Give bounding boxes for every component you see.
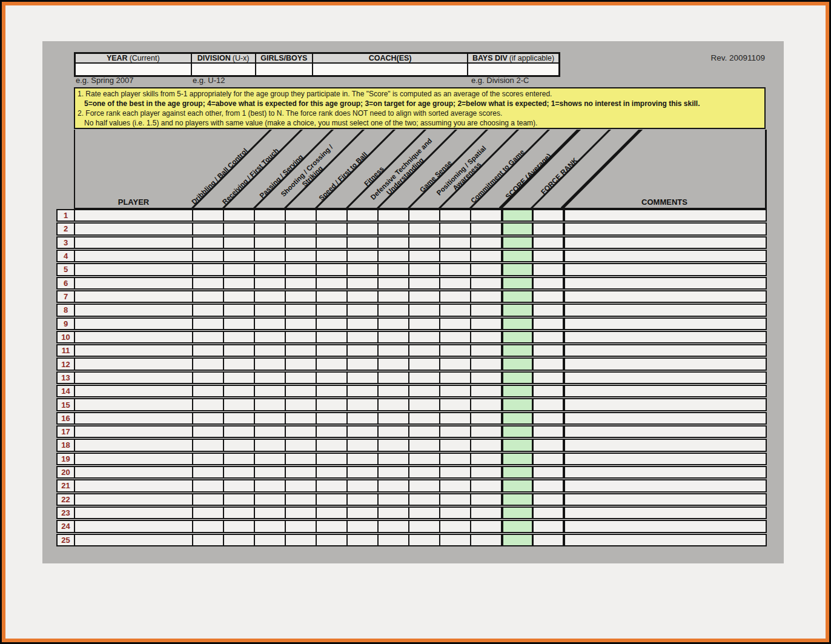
skill-score-cell-2[interactable]	[254, 535, 285, 545]
skill-score-cell-5[interactable]	[346, 278, 377, 288]
skill-score-cell-2[interactable]	[254, 521, 285, 531]
skill-score-cell-3[interactable]	[285, 521, 316, 531]
skill-score-cell-7[interactable]	[408, 535, 439, 545]
player-name-cell[interactable]	[75, 345, 192, 356]
player-name-cell[interactable]	[75, 332, 192, 342]
comments-cell[interactable]	[563, 251, 766, 261]
skill-score-cell-8[interactable]	[439, 467, 470, 477]
skill-score-cell-5[interactable]	[346, 345, 377, 356]
skill-score-cell-8[interactable]	[439, 264, 470, 274]
skill-score-cell-2[interactable]	[254, 291, 285, 302]
skill-score-cell-0[interactable]	[192, 345, 223, 356]
skill-score-cell-1[interactable]	[223, 427, 254, 437]
skill-score-cell-6[interactable]	[377, 237, 408, 248]
comments-cell[interactable]	[563, 508, 766, 518]
skill-score-cell-8[interactable]	[439, 359, 470, 369]
skill-score-cell-1[interactable]	[223, 386, 254, 396]
skill-score-cell-3[interactable]	[285, 291, 316, 302]
skill-score-cell-4[interactable]	[316, 359, 346, 369]
player-name-cell[interactable]	[75, 224, 192, 234]
force-rank-cell[interactable]	[532, 373, 563, 383]
comments-cell[interactable]	[563, 535, 766, 545]
skill-score-cell-0[interactable]	[192, 291, 223, 302]
player-name-cell[interactable]	[75, 210, 192, 221]
player-name-cell[interactable]	[75, 237, 192, 248]
comments-cell[interactable]	[563, 480, 766, 491]
skill-score-cell-9[interactable]	[470, 278, 501, 288]
skill-score-cell-2[interactable]	[254, 399, 285, 410]
skill-score-cell-2[interactable]	[254, 319, 285, 329]
skill-score-cell-9[interactable]	[470, 508, 501, 518]
skill-score-cell-8[interactable]	[439, 278, 470, 288]
skill-score-cell-2[interactable]	[254, 305, 285, 315]
force-rank-cell[interactable]	[532, 345, 563, 356]
skill-score-cell-7[interactable]	[408, 210, 439, 221]
skill-score-cell-5[interactable]	[346, 413, 377, 423]
skill-score-cell-9[interactable]	[470, 332, 501, 342]
skill-score-cell-8[interactable]	[439, 224, 470, 234]
skill-score-cell-5[interactable]	[346, 386, 377, 396]
skill-score-cell-8[interactable]	[439, 373, 470, 383]
skill-score-cell-8[interactable]	[439, 291, 470, 302]
skill-score-cell-6[interactable]	[377, 345, 408, 356]
skill-score-cell-4[interactable]	[316, 494, 346, 505]
skill-score-cell-2[interactable]	[254, 210, 285, 221]
skill-score-cell-4[interactable]	[316, 319, 346, 329]
comments-cell[interactable]	[563, 399, 766, 410]
skill-score-cell-6[interactable]	[377, 319, 408, 329]
skill-score-cell-3[interactable]	[285, 305, 316, 315]
skill-score-cell-1[interactable]	[223, 291, 254, 302]
skill-score-cell-2[interactable]	[254, 278, 285, 288]
skill-score-cell-8[interactable]	[439, 210, 470, 221]
skill-score-cell-0[interactable]	[192, 264, 223, 274]
skill-score-cell-6[interactable]	[377, 440, 408, 450]
skill-score-cell-5[interactable]	[346, 494, 377, 505]
skill-score-cell-5[interactable]	[346, 467, 377, 477]
force-rank-cell[interactable]	[532, 440, 563, 450]
comments-cell[interactable]	[563, 224, 766, 234]
skill-score-cell-0[interactable]	[192, 440, 223, 450]
skill-score-cell-0[interactable]	[192, 454, 223, 464]
skill-score-cell-7[interactable]	[408, 319, 439, 329]
skill-score-cell-8[interactable]	[439, 237, 470, 248]
skill-score-cell-9[interactable]	[470, 359, 501, 369]
skill-score-cell-5[interactable]	[346, 373, 377, 383]
force-rank-cell[interactable]	[532, 508, 563, 518]
force-rank-cell[interactable]	[532, 399, 563, 410]
skill-score-cell-9[interactable]	[470, 345, 501, 356]
skill-score-cell-4[interactable]	[316, 224, 346, 234]
player-name-cell[interactable]	[75, 305, 192, 315]
skill-score-cell-0[interactable]	[192, 305, 223, 315]
force-rank-cell[interactable]	[532, 521, 563, 531]
skill-score-cell-0[interactable]	[192, 480, 223, 491]
comments-cell[interactable]	[563, 319, 766, 329]
skill-score-cell-4[interactable]	[316, 386, 346, 396]
skill-score-cell-6[interactable]	[377, 251, 408, 261]
skill-score-cell-7[interactable]	[408, 399, 439, 410]
skill-score-cell-1[interactable]	[223, 440, 254, 450]
skill-score-cell-7[interactable]	[408, 251, 439, 261]
skill-score-cell-2[interactable]	[254, 480, 285, 491]
player-name-cell[interactable]	[75, 454, 192, 464]
skill-score-cell-1[interactable]	[223, 399, 254, 410]
skill-score-cell-2[interactable]	[254, 386, 285, 396]
meta-input-cell[interactable]	[313, 64, 467, 75]
skill-score-cell-3[interactable]	[285, 535, 316, 545]
skill-score-cell-4[interactable]	[316, 440, 346, 450]
skill-score-cell-1[interactable]	[223, 210, 254, 221]
skill-score-cell-9[interactable]	[470, 319, 501, 329]
skill-score-cell-3[interactable]	[285, 440, 316, 450]
skill-score-cell-5[interactable]	[346, 237, 377, 248]
skill-score-cell-5[interactable]	[346, 480, 377, 491]
skill-score-cell-2[interactable]	[254, 264, 285, 274]
skill-score-cell-3[interactable]	[285, 237, 316, 248]
skill-score-cell-3[interactable]	[285, 210, 316, 221]
skill-score-cell-0[interactable]	[192, 413, 223, 423]
comments-cell[interactable]	[563, 494, 766, 505]
player-name-cell[interactable]	[75, 399, 192, 410]
skill-score-cell-3[interactable]	[285, 480, 316, 491]
player-name-cell[interactable]	[75, 386, 192, 396]
comments-cell[interactable]	[563, 345, 766, 356]
skill-score-cell-2[interactable]	[254, 427, 285, 437]
skill-score-cell-5[interactable]	[346, 427, 377, 437]
